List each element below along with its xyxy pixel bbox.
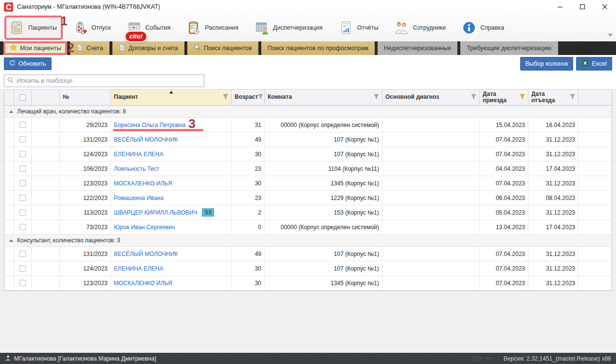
patient-name-link[interactable]: МОСКАЛЕНКО ИЛЬЯ <box>114 180 172 187</box>
column-chooser-button[interactable]: Выбор колонок <box>520 57 574 71</box>
column-header-number[interactable]: № <box>60 90 111 105</box>
column-header-age[interactable]: Возраст <box>232 90 265 105</box>
column-header-room[interactable]: Комната <box>265 90 382 105</box>
cell-patient: ВЕСЁЛЫЙ МОЛОЧНИК <box>111 247 232 261</box>
dispatch-icon <box>254 20 270 36</box>
close-button[interactable] <box>594 0 616 14</box>
cell-arrival: 07.04.2023 <box>480 132 528 146</box>
table-row: 73/2023Юров Иван Сергеевич000000 (Корпус… <box>4 220 612 235</box>
toolbar-button-schedules[interactable]: Расписания <box>181 16 244 39</box>
minimize-button[interactable] <box>549 0 571 14</box>
toolbar-button-reports[interactable]: Отчёты <box>334 16 384 39</box>
cell-patient: МОСКАЛЕНКО ИЛЬЯ <box>111 276 232 290</box>
row-expand-cell <box>4 191 14 205</box>
row-expand-cell <box>4 261 14 275</box>
patient-name-link[interactable]: ВЕСЁЛЫЙ МОЛОЧНИК <box>114 251 178 257</box>
tab-patient-search[interactable]: Поиск пациентов <box>187 41 258 55</box>
row-checkbox[interactable] <box>19 151 26 157</box>
star-icon <box>10 44 17 53</box>
toolbar-button-dispatch[interactable]: Диспетчеризация <box>250 16 328 39</box>
patient-name-link[interactable]: ШВАРЦЕР КИРИЛЛ ЛЬВОВИЧ <box>114 209 197 216</box>
patient-name-link[interactable]: ЕЛЕНИНА ЕЛЕНА <box>114 265 163 272</box>
row-checkbox[interactable] <box>19 165 26 172</box>
tab-patient-search-profexams[interactable]: Поиск пациентов по профосмотрам <box>261 41 375 55</box>
row-checkbox[interactable] <box>19 224 26 230</box>
row-checkbox-cell <box>14 220 32 234</box>
expand-column-header <box>4 90 14 105</box>
tab-my-patients[interactable]: Мои пациенты2 <box>3 41 67 55</box>
refresh-button[interactable]: Обновить <box>4 57 52 70</box>
cell-diagnosis <box>382 147 480 161</box>
select-all-checkbox[interactable] <box>19 94 26 101</box>
column-header-departure-date[interactable]: Дата отъезда <box>528 90 579 105</box>
tab-undispatched[interactable]: Недиспетчеризованные <box>378 41 457 55</box>
maximize-button[interactable] <box>571 0 594 14</box>
annotation-number-1: 1 <box>60 15 67 27</box>
toolbar-button-patients[interactable]: 2Пациенты1 <box>5 16 62 39</box>
filter-icon[interactable] <box>223 94 228 101</box>
row-checkbox[interactable] <box>19 265 26 272</box>
row-spacer-cell <box>32 132 60 146</box>
row-checkbox[interactable] <box>19 180 26 186</box>
group-row[interactable]: Консультант, количество пациентов: 3 <box>4 235 612 247</box>
tab-label: Договоры и счета <box>128 45 178 52</box>
column-header-label: Комната <box>268 94 374 100</box>
row-checkbox[interactable] <box>19 136 26 143</box>
patient-name-link[interactable]: Ромашкина Ивана <box>114 195 163 201</box>
column-header-diagnosis[interactable]: Основной диагноз <box>382 90 480 105</box>
toolbar-button-help[interactable]: Справка <box>457 16 509 39</box>
tab-requiring-dispatch[interactable]: Требующие диспетчеризацию <box>460 41 558 55</box>
table-row: 122/2023Ромашкина Ивана231229 (Корпус №1… <box>4 191 612 205</box>
group-row[interactable]: Лечащий врач, количество пациентов: 8 <box>4 106 612 118</box>
filter-icon[interactable] <box>471 94 476 101</box>
filter-icon[interactable] <box>258 94 263 101</box>
column-header-arrival-date[interactable]: Дата приезда <box>480 90 528 105</box>
patient-name-link[interactable]: Юров Иван Сергеевич <box>114 224 175 231</box>
patient-name-link[interactable]: ЕЛЕНИНА ЕЛЕНА <box>114 151 163 158</box>
row-checkbox[interactable] <box>19 122 26 128</box>
row-spacer-cell <box>32 261 60 275</box>
row-checkbox-cell <box>14 205 32 219</box>
row-filler-cell <box>579 147 612 161</box>
toolbar-overflow-chevron-icon[interactable] <box>608 32 613 38</box>
cell-number: 131/2023 <box>60 247 111 261</box>
row-filler-cell <box>579 276 612 290</box>
group-expand-icon <box>9 239 13 242</box>
cell-diagnosis <box>382 247 480 261</box>
annotation-number-2: 2 <box>67 41 74 54</box>
patient-name-link[interactable]: МОСКАЛЕНКО ИЛЬЯ <box>114 280 172 287</box>
search-input[interactable] <box>17 77 201 84</box>
cell-age: 30 <box>232 147 265 161</box>
patient-name-link[interactable]: Борисина Ольга Петровна <box>114 122 185 128</box>
row-checkbox[interactable] <box>19 195 26 201</box>
row-filler-cell <box>579 191 612 205</box>
excel-button[interactable]: Excel <box>576 57 612 71</box>
row-checkbox[interactable] <box>19 209 26 216</box>
toolbar-button-vacation[interactable]: Отпуск <box>68 16 116 39</box>
cell-diagnosis <box>382 176 480 190</box>
row-checkbox[interactable] <box>19 280 26 286</box>
row-spacer-cell <box>32 147 60 161</box>
filter-icon-active[interactable] <box>520 94 525 101</box>
row-checkbox[interactable] <box>19 251 26 257</box>
cell-departure: 31.12.2023 <box>528 205 579 219</box>
table-row: 131/2023ВЕСЁЛЫЙ МОЛОЧНИК49107 (Корпус №1… <box>4 247 612 261</box>
row-checkbox-cell <box>14 162 32 176</box>
toolbar-button-events[interactable]: Событияcito! <box>122 16 176 39</box>
tab-contracts-and-invoices[interactable]: Договоры и счета <box>112 41 184 55</box>
row-spacer-cell <box>32 118 60 132</box>
row-expand-cell <box>4 118 14 132</box>
tab-invoices[interactable]: Счета <box>70 41 109 55</box>
cell-arrival: 07.04.2023 <box>480 276 528 290</box>
filter-icon[interactable] <box>570 94 575 101</box>
cell-number: 124/2023 <box>60 261 111 275</box>
row-filler-cell <box>579 118 612 132</box>
table-search-box[interactable] <box>4 74 204 87</box>
cell-room: 1345 (Корпус №1) <box>265 176 382 190</box>
cell-number: 123/2023 <box>60 276 111 290</box>
patient-name-link[interactable]: Лояльность Тест <box>114 165 160 172</box>
toolbar-button-employees[interactable]: Сотрудники <box>389 16 451 39</box>
filter-icon[interactable] <box>374 94 379 101</box>
column-header-patient[interactable]: Пациент <box>111 90 232 105</box>
patient-name-link[interactable]: ВЕСЁЛЫЙ МОЛОЧНИК <box>114 136 178 143</box>
